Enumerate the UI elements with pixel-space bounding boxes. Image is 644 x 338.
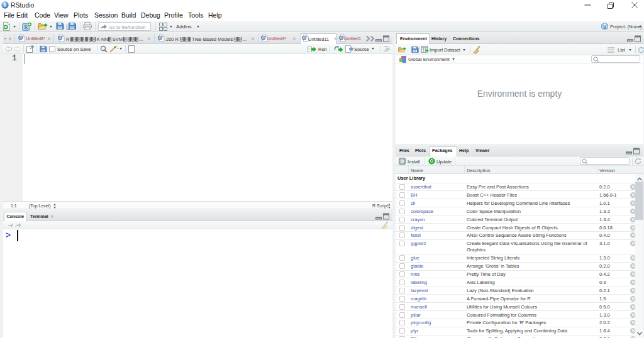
svg-text:R: R: [603, 25, 606, 30]
svg-text:R: R: [3, 3, 7, 8]
